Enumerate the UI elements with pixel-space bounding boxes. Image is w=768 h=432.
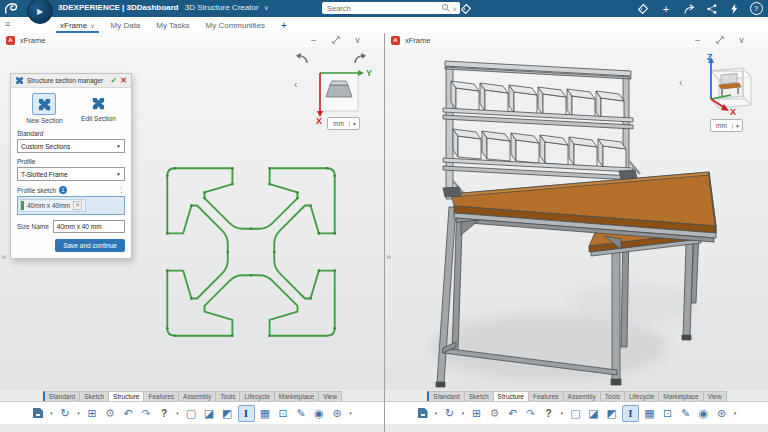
view-compass-2d[interactable]: Y X <box>306 63 374 125</box>
output-tool-icon[interactable]: ⊡ <box>660 406 675 421</box>
panel-menu-button[interactable]: ∨ <box>735 34 748 46</box>
update-caret-icon[interactable]: ▾ <box>76 406 82 421</box>
edit-section-button[interactable]: Edit Section <box>81 93 116 124</box>
add-icon[interactable]: + <box>659 2 673 15</box>
pattern-tool-icon[interactable]: ⊛ <box>330 406 345 421</box>
export-icon[interactable]: ⊞ <box>85 406 100 421</box>
sphere-tool-icon[interactable]: ◉ <box>696 406 711 421</box>
bottom-tab-features[interactable]: Features <box>143 391 179 401</box>
dialog-close-icon[interactable]: ✕ <box>120 76 127 85</box>
sketch-tool-icon[interactable]: ✎ <box>294 406 309 421</box>
settings-gear-icon[interactable]: ⚙ <box>487 406 502 421</box>
solid-tool-icon[interactable]: ◪ <box>586 406 601 421</box>
model-viewport[interactable]: » ‹ Z <box>385 47 768 390</box>
tab-xframe[interactable]: xFrame ∨ <box>60 17 95 33</box>
chip-remove-icon[interactable]: ✕ <box>73 201 82 210</box>
help-caret-icon[interactable]: ▾ <box>559 406 565 421</box>
assistant-icon[interactable] <box>726 2 740 15</box>
bottom-tab-standard[interactable]: Standard <box>43 391 80 401</box>
update-icon[interactable]: ↻ <box>442 406 457 421</box>
table-tool-icon[interactable]: ▦ <box>642 406 657 421</box>
dialog-title-bar[interactable]: Structure section manager ✓ ✕ <box>11 74 131 88</box>
panel-tool-icon[interactable]: ◩ <box>604 406 619 421</box>
dialog-ok-icon[interactable]: ✓ <box>111 76 118 85</box>
pattern-tool-icon[interactable]: ⊛ <box>714 406 729 421</box>
right-expander-icon[interactable]: » <box>386 252 391 262</box>
new-section-button[interactable]: New Section <box>26 93 63 124</box>
settings-gear-icon[interactable]: ⚙ <box>103 406 118 421</box>
tools-caret-icon[interactable]: ▾ <box>348 406 354 421</box>
redo-icon[interactable]: ↷ <box>139 406 154 421</box>
solid-tool-icon[interactable]: ◪ <box>202 406 217 421</box>
table-tool-icon[interactable]: ▦ <box>258 406 273 421</box>
app-title[interactable]: 3D Structure Creator <box>185 3 259 12</box>
profile-sketch-field[interactable]: 40mm x 40mm ✕ <box>17 196 125 215</box>
sketch-options-icon[interactable]: ⋮ <box>118 186 125 194</box>
tag-icon[interactable] <box>636 2 650 15</box>
share-arrow-icon[interactable] <box>682 2 696 15</box>
panel-tool-icon[interactable]: ◩ <box>220 406 235 421</box>
help-icon[interactable]: ? <box>541 406 556 421</box>
bottom-tab-view[interactable]: View <box>318 391 342 401</box>
undo-icon[interactable]: ↶ <box>505 406 520 421</box>
save-caret-icon[interactable]: ▾ <box>433 406 439 421</box>
output-tool-icon[interactable]: ⊡ <box>276 406 291 421</box>
save-icon[interactable] <box>31 406 46 421</box>
bottom-tab-tools[interactable]: Tools <box>215 391 240 401</box>
search-icon[interactable] <box>441 3 451 13</box>
expand-button[interactable] <box>329 34 342 46</box>
bottom-tab-assembly[interactable]: Assembly <box>178 391 216 401</box>
panel-toggle-icon[interactable]: ≡ <box>5 20 10 29</box>
update-icon[interactable]: ↻ <box>58 406 73 421</box>
bottom-tab-lifecycle[interactable]: Lifecycle <box>239 391 274 401</box>
bottom-tab-marketplace[interactable]: Marketplace <box>274 391 319 401</box>
tab-my-communities[interactable]: My Communities <box>206 17 266 33</box>
bottom-tab-sketch[interactable]: Sketch <box>464 391 494 401</box>
search-caret-icon[interactable]: ∨ <box>453 5 457 12</box>
add-tab-button[interactable]: + <box>281 17 287 33</box>
export-icon[interactable]: ⊞ <box>469 406 484 421</box>
units-dropdown[interactable]: mm ▼ <box>327 117 360 130</box>
app-caret-icon[interactable]: ∨ <box>264 4 269 11</box>
share-icon[interactable] <box>705 2 719 15</box>
tab-caret-icon[interactable]: ∨ <box>90 22 94 29</box>
redo-icon[interactable]: ↷ <box>523 406 538 421</box>
left-expander-icon[interactable]: » <box>1 252 6 262</box>
frame-tool-icon[interactable]: ▢ <box>568 406 583 421</box>
search-box[interactable]: ∨ <box>322 2 460 14</box>
panel-menu-button[interactable]: ∨ <box>351 34 364 46</box>
section-manager-tool-icon[interactable]: I <box>622 405 639 422</box>
save-icon[interactable] <box>415 406 430 421</box>
sphere-tool-icon[interactable]: ◉ <box>312 406 327 421</box>
save-and-continue-button[interactable]: Save and continue <box>55 239 125 252</box>
tools-caret-icon[interactable]: ▾ <box>732 406 738 421</box>
update-caret-icon[interactable]: ▾ <box>460 406 466 421</box>
profile-select[interactable]: T-Slotted Frame ▼ <box>17 167 125 181</box>
standard-select[interactable]: Custom Sections ▼ <box>17 139 125 153</box>
search-input[interactable] <box>325 3 441 14</box>
help-caret-icon[interactable]: ▾ <box>175 406 181 421</box>
size-name-input[interactable] <box>53 220 125 233</box>
bottom-tab-sketch[interactable]: Sketch <box>79 391 109 401</box>
undo-icon[interactable]: ↶ <box>121 406 136 421</box>
frame-tool-icon[interactable]: ▢ <box>184 406 199 421</box>
bottom-tab-assembly[interactable]: Assembly <box>563 391 601 401</box>
bottom-tab-tools[interactable]: Tools <box>600 391 625 401</box>
minimize-button[interactable]: – <box>691 34 704 46</box>
tab-my-tasks[interactable]: My Tasks <box>156 17 189 33</box>
help-icon[interactable]: ? <box>157 406 172 421</box>
sketch-tool-icon[interactable]: ✎ <box>678 406 693 421</box>
bottom-tab-view[interactable]: View <box>703 391 727 401</box>
sketch-chip[interactable]: 40mm x 40mm ✕ <box>20 199 86 212</box>
section-manager-tool-icon[interactable]: I <box>238 405 255 422</box>
minimize-button[interactable]: – <box>307 34 320 46</box>
search-tag-icon[interactable] <box>459 2 473 15</box>
t-slot-profile-sketch[interactable] <box>158 159 344 345</box>
sketch-viewport[interactable]: » ‹ Y X <box>0 47 384 390</box>
bottom-tab-structure[interactable]: Structure <box>108 391 144 401</box>
bottom-tab-structure[interactable]: Structure <box>493 391 529 401</box>
help-topbar-icon[interactable]: ? <box>749 2 763 15</box>
view-back-icon[interactable]: ‹ <box>294 79 297 90</box>
tab-my-data[interactable]: My Data <box>111 17 141 33</box>
bottom-tab-standard[interactable]: Standard <box>427 391 464 401</box>
